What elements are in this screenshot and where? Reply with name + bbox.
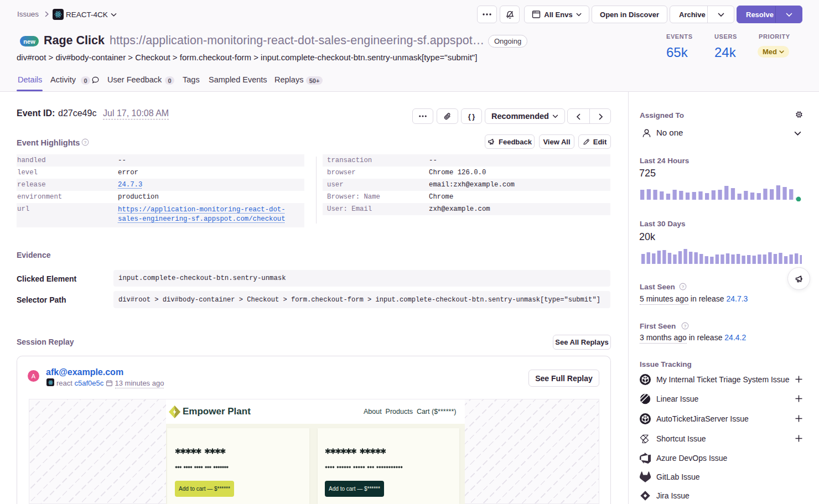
svg-text:?: ?	[682, 284, 685, 289]
svg-text:?: ?	[84, 140, 87, 145]
svg-text:?: ?	[684, 324, 687, 329]
